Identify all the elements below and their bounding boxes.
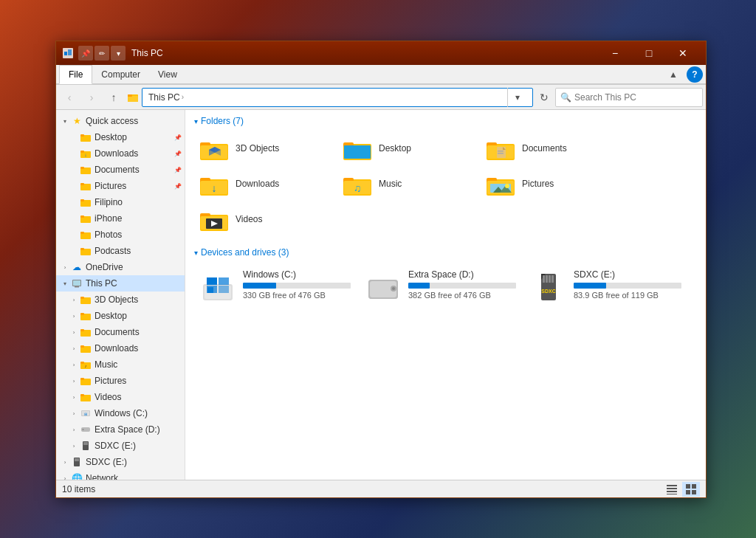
drive-e-free: 83.9 GB free of 119 GB <box>574 291 681 300</box>
extra-space-drive-icon <box>365 269 401 305</box>
sidebar-item-photos[interactable]: Photos <box>56 227 185 243</box>
folder-item-music[interactable]: ♫ Music <box>337 168 478 200</box>
sidebar-quick-access[interactable]: ▾ ★ Quick access <box>56 113 185 129</box>
svg-rect-31 <box>80 329 84 331</box>
svg-point-45 <box>83 429 84 430</box>
sidebar-item-iphone[interactable]: iPhone <box>56 210 185 227</box>
forward-button[interactable]: › <box>81 87 102 108</box>
up-button[interactable]: ↑ <box>103 87 124 108</box>
sidebar-item-videos[interactable]: › Videos <box>56 389 185 405</box>
folder-item-pictures[interactable]: Pictures <box>481 168 621 200</box>
help-button[interactable]: ? <box>687 66 703 83</box>
tab-file[interactable]: File <box>59 65 92 84</box>
sidebar-this-pc[interactable]: ▾ This PC <box>56 275 185 292</box>
maximize-button[interactable]: □ <box>632 41 666 65</box>
path-dropdown[interactable]: ▾ <box>507 88 526 107</box>
sidebar-item-desktop2[interactable]: › Desktop <box>56 308 185 324</box>
expand-icon: › <box>59 261 71 273</box>
folder-icon <box>80 391 92 403</box>
pictures-icon <box>80 180 92 192</box>
drives-grid: Windows (C:) 330 GB free of 476 GB <box>194 263 697 311</box>
svg-rect-14 <box>80 183 84 185</box>
svg-rect-33 <box>80 345 84 348</box>
drive-c-free: 330 GB free of 476 GB <box>243 291 351 300</box>
expand-icon <box>68 229 80 241</box>
sidebar-item-extra-d[interactable]: › Extra Space (D:) <box>56 421 185 438</box>
sidebar-item-podcasts[interactable]: Podcasts <box>56 243 185 259</box>
sidebar-item-documents[interactable]: Documents 📌 <box>56 162 185 178</box>
path-this-pc[interactable]: This PC <box>148 92 180 103</box>
list-view-button[interactable] <box>663 482 681 497</box>
search-input[interactable] <box>574 92 698 103</box>
svg-text:SDXC: SDXC <box>541 289 555 294</box>
folder-item-videos[interactable]: Videos <box>194 203 334 235</box>
folder-item-downloads[interactable]: ↓ Downloads <box>194 168 334 200</box>
search-box[interactable]: 🔍 <box>555 88 703 107</box>
svg-rect-93 <box>219 286 229 293</box>
folder-icon <box>80 229 92 241</box>
sidebar-sdxc-e-label: SDXC (E:) <box>94 441 136 451</box>
svg-rect-38 <box>80 378 84 380</box>
folder-item-desktop[interactable]: Desktop <box>337 132 478 165</box>
drive-item-sdxc-e[interactable]: SDXC SDXC (E:) 83.9 GB free of 119 GB <box>525 263 687 311</box>
chevron-down-icon: ▾ <box>194 117 198 125</box>
ribbon-collapse-button[interactable]: ▲ <box>663 66 684 83</box>
sidebar-item-desktop[interactable]: Desktop 📌 <box>56 129 185 145</box>
svg-rect-16 <box>80 199 84 201</box>
back-button[interactable]: ‹ <box>59 87 80 108</box>
folder-icon <box>80 342 92 354</box>
pin-indicator: 📌 <box>174 183 182 190</box>
downloads-icon: ↓ <box>80 148 92 159</box>
pin-btn-3[interactable]: ▾ <box>111 46 126 61</box>
tab-view[interactable]: View <box>149 65 186 84</box>
sidebar-network[interactable]: › 🌐 Network <box>56 470 185 480</box>
sidebar-item-pictures2[interactable]: › Pictures <box>56 373 185 389</box>
svg-rect-5 <box>128 94 132 97</box>
sidebar-item-downloads[interactable]: ↓ Downloads 📌 <box>56 145 185 162</box>
sidebar-videos-label: Videos <box>94 392 121 402</box>
minimize-button[interactable]: − <box>598 41 632 65</box>
folders-section-header[interactable]: ▾ Folders (7) <box>194 116 697 126</box>
drive-c-info: Windows (C:) 330 GB free of 476 GB <box>243 269 351 300</box>
sidebar-item-pictures[interactable]: Pictures 📌 <box>56 178 185 194</box>
pin-indicator: 📌 <box>174 167 182 173</box>
svg-rect-20 <box>80 232 84 234</box>
pin-btn-1[interactable]: 📌 <box>78 46 93 61</box>
expand-icon: › <box>59 472 71 480</box>
expand-icon: › <box>68 342 80 354</box>
drive-d-info: Extra Space (D:) 382 GB free of 476 GB <box>408 269 516 300</box>
sidebar-item-3d-objects[interactable]: › 3D Objects <box>56 292 185 308</box>
sidebar-onedrive[interactable]: › ☁ OneDrive <box>56 259 185 275</box>
sidebar-music-label: Music <box>94 359 117 370</box>
tab-computer[interactable]: Computer <box>92 65 149 84</box>
drive-e-bar-fill <box>574 283 606 289</box>
icons-view-button[interactable] <box>682 482 700 497</box>
refresh-button[interactable]: ↻ <box>535 88 554 107</box>
svg-rect-22 <box>80 248 84 250</box>
sidebar-item-sdxc-e[interactable]: › SDXC (E:) <box>56 438 185 454</box>
svg-rect-110 <box>686 484 690 489</box>
sidebar-item-downloads2[interactable]: › Downloads <box>56 340 185 356</box>
sidebar-item-documents2[interactable]: › Documents <box>56 324 185 340</box>
svg-rect-4 <box>128 96 138 102</box>
drive-c-name: Windows (C:) <box>243 269 351 280</box>
address-path[interactable]: This PC › ▾ <box>142 88 533 107</box>
drive-item-extra-d[interactable]: Extra Space (D:) 382 GB free of 476 GB <box>360 263 522 311</box>
drive-item-windows-c[interactable]: Windows (C:) 330 GB free of 476 GB <box>194 263 357 311</box>
sidebar-sdxc-e2[interactable]: › SDXC (E:) <box>56 454 185 470</box>
sidebar-desktop2-label: Desktop <box>94 311 127 321</box>
sidebar-downloads-label: Downloads <box>94 148 138 159</box>
folder-desktop-label: Desktop <box>379 143 411 154</box>
sidebar-item-filipino[interactable]: Filipino <box>56 194 185 210</box>
folder-item-3d-objects[interactable]: 3D Objects <box>194 132 334 165</box>
svg-rect-92 <box>207 286 217 293</box>
ribbon: File Computer View ▲ ? <box>56 65 706 85</box>
drives-section-header[interactable]: ▾ Devices and drives (3) <box>194 247 697 258</box>
sidebar-item-windows-c[interactable]: › ⊞ Windows (C:) <box>56 405 185 421</box>
close-button[interactable]: ✕ <box>666 41 700 65</box>
folder-item-documents[interactable]: Documents <box>481 132 621 165</box>
chevron-down-icon-2: ▾ <box>194 249 198 257</box>
sidebar-item-music[interactable]: › ♪ Music <box>56 356 185 373</box>
search-icon: 🔍 <box>560 92 571 103</box>
pin-btn-2[interactable]: ✏ <box>94 46 109 61</box>
